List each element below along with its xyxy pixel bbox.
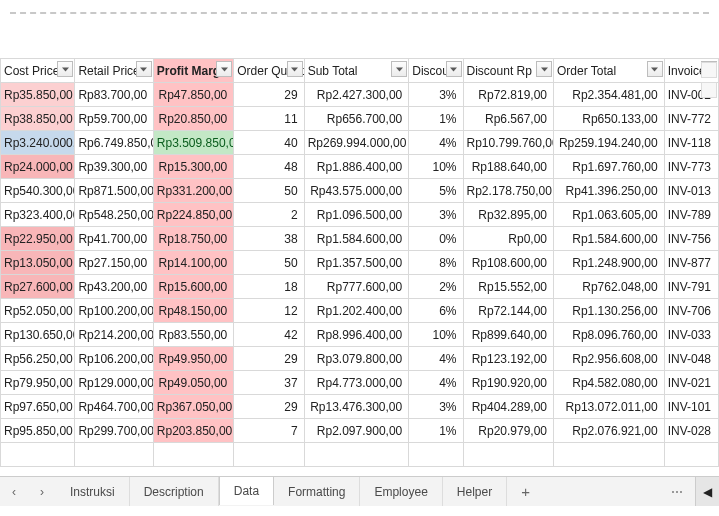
- cell-qty[interactable]: 50: [234, 251, 304, 275]
- cell-subtotal[interactable]: Rp777.600,00: [304, 275, 409, 299]
- cell-subtotal[interactable]: Rp1.357.500,00: [304, 251, 409, 275]
- cell-retail[interactable]: Rp464.700,00: [75, 395, 153, 419]
- cell-qty[interactable]: 42: [234, 323, 304, 347]
- column-header-discRp[interactable]: Discount Rp: [463, 59, 554, 83]
- filter-dropdown-button[interactable]: [216, 61, 232, 77]
- cell-qty[interactable]: 38: [234, 227, 304, 251]
- filter-dropdown-button[interactable]: [287, 61, 303, 77]
- cell-cost[interactable]: Rp35.850,00: [1, 83, 75, 107]
- cell-discRp[interactable]: Rp15.552,00: [463, 275, 554, 299]
- cell-discRp[interactable]: Rp188.640,00: [463, 155, 554, 179]
- cell-orderTot[interactable]: Rp1.130.256,00: [554, 299, 665, 323]
- cell-subtotal[interactable]: Rp43.575.000,00: [304, 179, 409, 203]
- cell-margin[interactable]: Rp14.100,00: [153, 251, 233, 275]
- cell-retail[interactable]: Rp106.200,00: [75, 347, 153, 371]
- cell-cost[interactable]: Rp95.850,00: [1, 419, 75, 443]
- cell-retail[interactable]: Rp871.500,00: [75, 179, 153, 203]
- cell-discRp[interactable]: Rp32.895,00: [463, 203, 554, 227]
- cell-discRp[interactable]: Rp10.799.760,00: [463, 131, 554, 155]
- column-header-retail[interactable]: Retail Price: [75, 59, 153, 83]
- cell-margin[interactable]: Rp49.050,00: [153, 371, 233, 395]
- cell-discRp[interactable]: Rp404.289,00: [463, 395, 554, 419]
- cell-cost[interactable]: Rp52.050,00: [1, 299, 75, 323]
- cell-qty[interactable]: 11: [234, 107, 304, 131]
- sheet-tab-employee[interactable]: Employee: [360, 477, 442, 506]
- cell-cost[interactable]: Rp13.050,00: [1, 251, 75, 275]
- cell-retail[interactable]: Rp27.150,00: [75, 251, 153, 275]
- cell-qty[interactable]: 2: [234, 203, 304, 227]
- cell-discRp[interactable]: Rp72.144,00: [463, 299, 554, 323]
- cell-discRp[interactable]: Rp108.600,00: [463, 251, 554, 275]
- filter-dropdown-button[interactable]: [391, 61, 407, 77]
- column-header-qty[interactable]: Order Quanti: [234, 59, 304, 83]
- add-sheet-button[interactable]: +: [507, 477, 544, 506]
- cell-subtotal[interactable]: Rp3.079.800,00: [304, 347, 409, 371]
- cell-retail[interactable]: Rp59.700,00: [75, 107, 153, 131]
- cell-discPct[interactable]: 0%: [409, 227, 463, 251]
- window-control[interactable]: [701, 82, 717, 98]
- cell-empty[interactable]: [234, 443, 304, 467]
- cell-qty[interactable]: 29: [234, 83, 304, 107]
- cell-discRp[interactable]: Rp6.567,00: [463, 107, 554, 131]
- cell-retail[interactable]: Rp100.200,00: [75, 299, 153, 323]
- cell-orderTot[interactable]: Rp762.048,00: [554, 275, 665, 299]
- sheet-tab-data[interactable]: Data: [219, 476, 274, 505]
- cell-orderTot[interactable]: Rp13.072.011,00: [554, 395, 665, 419]
- cell-margin[interactable]: Rp15.300,00: [153, 155, 233, 179]
- cell-cost[interactable]: Rp27.600,00: [1, 275, 75, 299]
- cell-discPct[interactable]: 4%: [409, 347, 463, 371]
- cell-discPct[interactable]: 8%: [409, 251, 463, 275]
- column-header-discPct[interactable]: Discount: [409, 59, 463, 83]
- cell-margin[interactable]: Rp367.050,00: [153, 395, 233, 419]
- cell-discRp[interactable]: Rp2.178.750,00: [463, 179, 554, 203]
- column-header-orderTot[interactable]: Order Total: [554, 59, 665, 83]
- cell-discRp[interactable]: Rp20.979,00: [463, 419, 554, 443]
- cell-subtotal[interactable]: Rp8.996.400,00: [304, 323, 409, 347]
- cell-empty[interactable]: [463, 443, 554, 467]
- cell-subtotal[interactable]: Rp1.584.600,00: [304, 227, 409, 251]
- cell-cost[interactable]: Rp38.850,00: [1, 107, 75, 131]
- cell-cost[interactable]: Rp56.250,00: [1, 347, 75, 371]
- cell-cost[interactable]: Rp3.240.000,00: [1, 131, 75, 155]
- cell-retail[interactable]: Rp41.700,00: [75, 227, 153, 251]
- cell-discRp[interactable]: Rp0,00: [463, 227, 554, 251]
- cell-subtotal[interactable]: Rp4.773.000,00: [304, 371, 409, 395]
- column-header-margin[interactable]: Profit Margin: [153, 59, 233, 83]
- cell-discPct[interactable]: 10%: [409, 155, 463, 179]
- cell-orderTot[interactable]: Rp1.063.605,00: [554, 203, 665, 227]
- cell-discRp[interactable]: Rp123.192,00: [463, 347, 554, 371]
- cell-orderTot[interactable]: Rp2.956.608,00: [554, 347, 665, 371]
- cell-orderTot[interactable]: Rp650.133,00: [554, 107, 665, 131]
- filter-dropdown-button[interactable]: [446, 61, 462, 77]
- cell-orderTot[interactable]: Rp1.697.760,00: [554, 155, 665, 179]
- cell-empty[interactable]: [664, 443, 718, 467]
- cell-discPct[interactable]: 4%: [409, 131, 463, 155]
- cell-margin[interactable]: Rp83.550,00: [153, 323, 233, 347]
- cell-qty[interactable]: 48: [234, 155, 304, 179]
- cell-subtotal[interactable]: Rp1.886.400,00: [304, 155, 409, 179]
- cell-margin[interactable]: Rp47.850,00: [153, 83, 233, 107]
- cell-subtotal[interactable]: Rp1.096.500,00: [304, 203, 409, 227]
- cell-retail[interactable]: Rp6.749.850,00: [75, 131, 153, 155]
- cell-orderTot[interactable]: Rp41.396.250,00: [554, 179, 665, 203]
- cell-subtotal[interactable]: Rp656.700,00: [304, 107, 409, 131]
- cell-margin[interactable]: Rp331.200,00: [153, 179, 233, 203]
- cell-margin[interactable]: Rp48.150,00: [153, 299, 233, 323]
- sheet-tab-formatting[interactable]: Formatting: [274, 477, 360, 506]
- sheet-tab-helper[interactable]: Helper: [443, 477, 507, 506]
- cell-orderTot[interactable]: Rp1.248.900,00: [554, 251, 665, 275]
- cell-margin[interactable]: Rp3.509.850,00: [153, 131, 233, 155]
- cell-retail[interactable]: Rp299.700,00: [75, 419, 153, 443]
- filter-dropdown-button[interactable]: [57, 61, 73, 77]
- cell-margin[interactable]: Rp15.600,00: [153, 275, 233, 299]
- cell-orderTot[interactable]: Rp1.584.600,00: [554, 227, 665, 251]
- cell-retail[interactable]: Rp129.000,00: [75, 371, 153, 395]
- cell-discPct[interactable]: 2%: [409, 275, 463, 299]
- cell-discPct[interactable]: 1%: [409, 107, 463, 131]
- cell-empty[interactable]: [75, 443, 153, 467]
- cell-discPct[interactable]: 3%: [409, 83, 463, 107]
- cell-discPct[interactable]: 6%: [409, 299, 463, 323]
- cell-qty[interactable]: 29: [234, 347, 304, 371]
- cell-margin[interactable]: Rp203.850,00: [153, 419, 233, 443]
- tab-nav-prev[interactable]: ‹: [0, 477, 28, 506]
